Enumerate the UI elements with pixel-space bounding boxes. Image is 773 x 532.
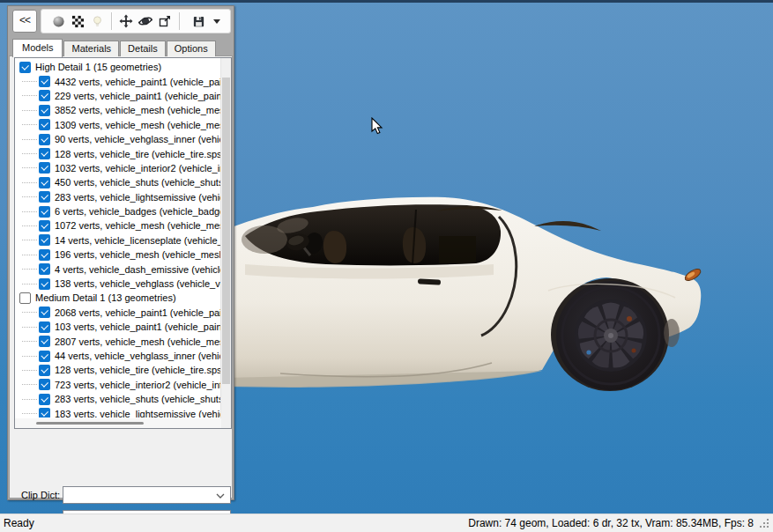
dropdown-arrow-icon: [213, 19, 220, 24]
tree-item[interactable]: 1072 verts, vehicle_mesh (vehicle_mesh.s…: [15, 218, 220, 233]
tree-item-checkbox[interactable]: [39, 220, 50, 232]
tree-connector-line: [22, 124, 37, 125]
tree-item-label: 283 verts, vehicle_lightsemissive (vehic…: [55, 192, 220, 203]
tree-item-checkbox[interactable]: [39, 148, 50, 159]
tree-item-label: 2807 verts, vehicle_mesh (vehicle_mesh.s…: [55, 336, 220, 347]
tree-item-checkbox[interactable]: [39, 162, 50, 174]
tree-connector-line: [22, 240, 37, 240]
tree-item-label: 1072 verts, vehicle_mesh (vehicle_mesh.s…: [55, 220, 220, 231]
tree-item[interactable]: 283 verts, vehicle_shuts (vehicle_shuts.…: [15, 392, 220, 406]
tree-item[interactable]: 6 verts, vehicle_badges (vehicle_badges.…: [15, 204, 220, 218]
tree-horizontal-scroll-thumb[interactable]: [36, 422, 144, 425]
tree-item[interactable]: 138 verts, vehicle_vehglass (vehicle_veh…: [15, 277, 220, 291]
tree-item-checkbox[interactable]: [39, 191, 50, 203]
tab-materials[interactable]: Materials: [63, 41, 119, 56]
tree-connector-line: [22, 182, 37, 183]
tree-item[interactable]: 1032 verts, vehicle_interior2 (vehicle_i…: [15, 161, 220, 175]
tree-item[interactable]: 90 verts, vehicle_vehglass_inner (vehicl…: [15, 132, 220, 146]
tree-item[interactable]: 4432 verts, vehicle_paint1 (vehicle_pain…: [15, 74, 220, 88]
tree-item-checkbox[interactable]: [39, 351, 50, 362]
tree-item-label: 1309 verts, vehicle_mesh (vehicle_mesh.s…: [55, 120, 220, 130]
tree-item[interactable]: 128 verts, vehicle_tire (vehicle_tire.sp…: [15, 363, 220, 377]
texture-mode-button[interactable]: [70, 13, 85, 29]
tree-item-checkbox[interactable]: [39, 408, 50, 417]
tree-item-checkbox[interactable]: [39, 105, 50, 116]
tree-item-label: 14 verts, vehicle_licenseplate (vehicle_…: [55, 235, 220, 246]
tree-item-label: 450 verts, vehicle_shuts (vehicle_shuts.…: [55, 177, 220, 188]
mouse-cursor: [371, 117, 383, 136]
tree-item-checkbox[interactable]: [39, 278, 50, 290]
tree-item-label: 4 verts, vehicle_dash_emissive (vehicle_…: [55, 264, 220, 275]
tree-item[interactable]: 14 verts, vehicle_licenseplate (vehicle_…: [15, 233, 220, 248]
tree-item[interactable]: 3852 verts, vehicle_mesh (vehicle_mesh.s…: [15, 103, 220, 117]
orbit-rotate-button[interactable]: [138, 13, 153, 29]
tree-item-label: 183 verts, vehicle_lightsemissive (vehic…: [55, 409, 220, 417]
tree-item-checkbox[interactable]: [39, 365, 50, 376]
tree-item[interactable]: 450 verts, vehicle_shuts (vehicle_shuts.…: [15, 175, 220, 189]
tree-item-checkbox[interactable]: [39, 76, 50, 87]
tree-item-label: High Detail 1 (15 geometries): [35, 62, 161, 72]
tree-horizontal-scrollbar[interactable]: [15, 418, 221, 428]
shaded-mode-button[interactable]: [50, 13, 66, 29]
tree-item-checkbox[interactable]: [39, 206, 50, 218]
tree-item[interactable]: 196 verts, vehicle_mesh (vehicle_mesh.sp…: [15, 248, 220, 262]
tree-item-checkbox[interactable]: [39, 307, 50, 318]
save-floppy-icon: [192, 15, 205, 28]
lighting-toggle-button[interactable]: [89, 13, 105, 29]
tree-item[interactable]: 4 verts, vehicle_dash_emissive (vehicle_…: [15, 262, 220, 276]
tree-connector-line: [22, 356, 37, 357]
tree-item[interactable]: 2068 verts, vehicle_paint1 (vehicle_pain…: [15, 306, 220, 320]
tab-models[interactable]: Models: [12, 39, 63, 57]
panel-tabs: Models Materials Details Options: [12, 38, 217, 56]
tree-item[interactable]: 183 verts, vehicle_lightsemissive (vehic…: [15, 406, 220, 417]
toolbar: [41, 9, 231, 33]
collapse-panel-button[interactable]: <<: [12, 10, 37, 33]
tree-item-checkbox[interactable]: [39, 249, 50, 261]
tree-item[interactable]: 229 verts, vehicle_paint1 (vehicle_paint…: [15, 89, 220, 103]
tree-item[interactable]: High Detail 1 (15 geometries): [15, 60, 220, 74]
tab-details[interactable]: Details: [120, 41, 166, 56]
tree-connector-line: [22, 167, 37, 168]
tree-item-label: 128 verts, vehicle_tire (vehicle_tire.sp…: [55, 365, 220, 375]
tree-vertical-scroll-thumb[interactable]: [222, 78, 230, 384]
tree-item-checkbox[interactable]: [39, 234, 50, 246]
tree-item-checkbox[interactable]: [39, 177, 50, 188]
geometry-tree-rows: High Detail 1 (15 geometries)4432 verts,…: [15, 60, 220, 417]
tree-item-checkbox[interactable]: [39, 90, 50, 101]
tree-item-checkbox[interactable]: [39, 379, 50, 390]
tree-item-checkbox[interactable]: [39, 119, 50, 130]
tree-item-label: 90 verts, vehicle_vehglass_inner (vehicl…: [55, 134, 220, 144]
tree-item[interactable]: Medium Detail 1 (13 geometries): [15, 291, 220, 305]
tree-item[interactable]: 1309 verts, vehicle_mesh (vehicle_mesh.s…: [15, 118, 220, 132]
clip-dict-combobox[interactable]: [63, 486, 231, 504]
tree-item-checkbox[interactable]: [39, 134, 50, 145]
lightbulb-icon: [91, 15, 104, 28]
tree-item[interactable]: 128 verts, vehicle_tire (vehicle_tire.sp…: [15, 146, 220, 160]
tree-item[interactable]: 723 verts, vehicle_interior2 (vehicle_in…: [15, 378, 220, 392]
tree-item-checkbox[interactable]: [39, 263, 50, 275]
tree-item-checkbox[interactable]: [19, 292, 31, 304]
popout-window-button[interactable]: [157, 13, 173, 29]
tree-item[interactable]: 103 verts, vehicle_paint1 (vehicle_paint…: [15, 320, 220, 334]
tree-vertical-scrollbar[interactable]: [220, 58, 231, 418]
geometry-tree[interactable]: High Detail 1 (15 geometries)4432 verts,…: [14, 57, 232, 429]
tree-item-checkbox[interactable]: [39, 336, 50, 347]
clip-dict-label: Clip Dict:: [17, 490, 60, 500]
tree-item-checkbox[interactable]: [39, 321, 50, 333]
resize-grip[interactable]: [759, 518, 770, 529]
tree-item[interactable]: 283 verts, vehicle_lightsemissive (vehic…: [15, 190, 220, 204]
tree-item-checkbox[interactable]: [39, 394, 50, 405]
render-stats-text: Drawn: 74 geom, Loaded: 6 dr, 32 tx, Vra…: [468, 517, 754, 529]
tab-options[interactable]: Options: [167, 41, 216, 56]
tree-item-checkbox[interactable]: [19, 62, 31, 73]
save-dropdown-button[interactable]: [212, 13, 221, 29]
tree-connector-line: [22, 413, 37, 414]
tree-item-label: 229 verts, vehicle_paint1 (vehicle_paint…: [55, 91, 220, 101]
chevron-down-icon: [216, 493, 225, 499]
tree-connector-line: [22, 341, 37, 342]
popout-window-icon: [158, 14, 172, 28]
pan-move-button[interactable]: [118, 13, 134, 29]
tree-item[interactable]: 44 verts, vehicle_vehglass_inner (vehicl…: [15, 349, 220, 363]
save-button[interactable]: [190, 13, 206, 29]
tree-item[interactable]: 2807 verts, vehicle_mesh (vehicle_mesh.s…: [15, 334, 220, 348]
